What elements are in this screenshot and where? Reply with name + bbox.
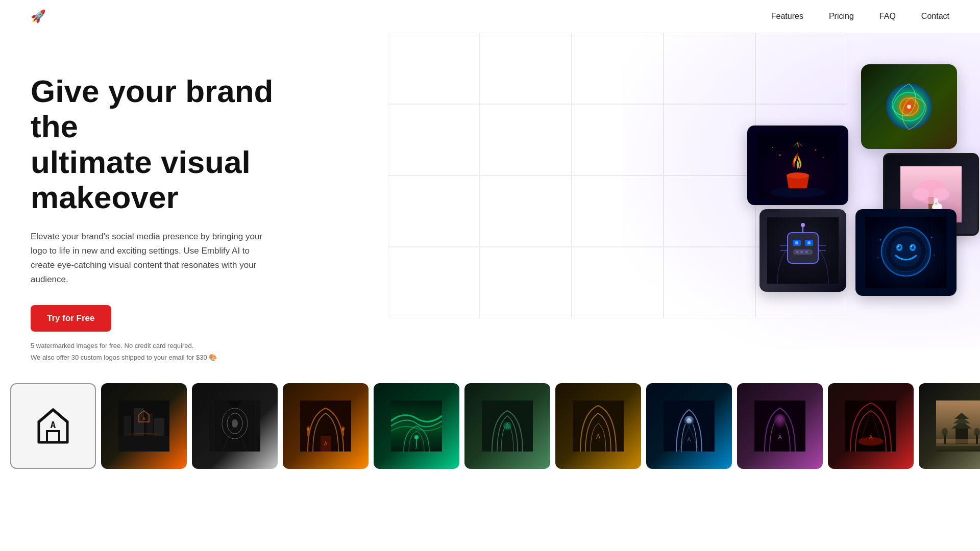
strip-card-6-inner: A xyxy=(464,383,550,469)
strip-card-red-stage[interactable]: A xyxy=(828,383,914,469)
strip-card-3-inner xyxy=(192,383,278,469)
svg-point-14 xyxy=(936,203,937,205)
svg-point-42 xyxy=(898,246,899,247)
strip-card-golden-arch[interactable]: A xyxy=(555,383,641,469)
svg-point-10 xyxy=(932,203,942,211)
logo-link[interactable]: 🚀 xyxy=(31,9,46,23)
svg-point-45 xyxy=(931,237,933,238)
svg-text:A: A xyxy=(51,419,56,430)
svg-point-37 xyxy=(891,236,921,267)
svg-rect-24 xyxy=(793,240,801,246)
strip-card-4-inner: A xyxy=(283,383,369,469)
svg-point-43 xyxy=(911,246,913,247)
svg-rect-26 xyxy=(795,241,798,244)
svg-point-44 xyxy=(880,239,881,241)
svg-point-4 xyxy=(907,105,911,109)
hero-grid xyxy=(388,33,847,318)
strip-card-dark-city[interactable]: A xyxy=(101,383,187,469)
strip-logo-inner: A xyxy=(11,384,95,468)
svg-rect-30 xyxy=(800,251,803,253)
svg-point-38 xyxy=(896,244,902,251)
svg-point-18 xyxy=(779,155,781,156)
strip-card-aurora[interactable]: A xyxy=(374,383,459,469)
svg-point-12 xyxy=(934,198,936,203)
svg-text:A: A xyxy=(324,441,328,446)
logo-icon: 🚀 xyxy=(31,9,46,23)
svg-point-47 xyxy=(934,255,935,256)
svg-point-0 xyxy=(886,84,932,130)
nav-pricing[interactable]: Pricing xyxy=(829,12,854,20)
svg-rect-31 xyxy=(805,251,808,253)
fine-print-line1: 5 watermarked images for free. No credit… xyxy=(31,340,337,352)
nav-contact[interactable]: Contact xyxy=(921,12,949,20)
svg-point-13 xyxy=(936,198,938,203)
nav-faq[interactable]: FAQ xyxy=(879,12,896,20)
fine-print-line2: We also offer 30 custom logos shipped to… xyxy=(31,352,337,363)
try-for-free-button[interactable]: Try for Free xyxy=(31,305,111,332)
hero-bg-gradient xyxy=(623,33,980,349)
svg-point-19 xyxy=(815,149,817,151)
svg-rect-25 xyxy=(805,240,813,246)
svg-rect-5 xyxy=(900,166,962,222)
strip-card-misty-pagoda[interactable] xyxy=(919,383,980,469)
svg-rect-88 xyxy=(936,439,980,443)
navbar: 🚀 Features Pricing FAQ Contact xyxy=(0,0,980,33)
svg-point-7 xyxy=(916,180,946,204)
svg-text:A: A xyxy=(506,424,509,430)
svg-rect-6 xyxy=(928,197,934,217)
nav-features[interactable]: Features xyxy=(771,12,803,20)
strip-card-arch-fire[interactable]: A xyxy=(283,383,369,469)
svg-text:A: A xyxy=(142,416,145,421)
hero-title: Give your brand the ultimate visual make… xyxy=(31,73,316,215)
strip-card-7-inner: A xyxy=(555,383,641,469)
strip-card-logo[interactable]: A xyxy=(10,383,96,469)
strip-card-ice-crystal[interactable]: A xyxy=(646,383,732,469)
svg-point-9 xyxy=(933,188,949,201)
hero-card-robot xyxy=(760,209,846,292)
svg-text:A: A xyxy=(869,434,873,440)
strip-card-11-inner xyxy=(919,383,980,469)
strip-card-teal-arch[interactable]: A xyxy=(464,383,550,469)
svg-text:A: A xyxy=(415,446,418,449)
svg-point-46 xyxy=(877,257,878,258)
strip-card-9-inner: A xyxy=(737,383,823,469)
svg-point-81 xyxy=(774,414,786,428)
svg-point-63 xyxy=(306,424,310,431)
svg-point-1 xyxy=(894,92,924,121)
house-logo-icon: A xyxy=(33,406,74,446)
nav-links: Features Pricing FAQ Contact xyxy=(771,12,949,21)
svg-point-65 xyxy=(341,424,345,431)
svg-rect-28 xyxy=(794,250,812,254)
svg-text:A: A xyxy=(688,437,691,442)
strip-card-8-inner: A xyxy=(646,383,732,469)
svg-rect-54 xyxy=(118,436,169,452)
svg-point-39 xyxy=(910,244,916,251)
svg-point-20 xyxy=(772,147,773,148)
svg-point-68 xyxy=(414,435,419,439)
hero-card-swirl xyxy=(861,64,957,149)
svg-rect-23 xyxy=(788,233,818,263)
svg-rect-15 xyxy=(757,132,839,198)
svg-point-3 xyxy=(905,103,913,111)
hero-card-fire xyxy=(747,126,848,205)
svg-rect-29 xyxy=(796,251,799,253)
svg-point-8 xyxy=(913,188,929,201)
image-strip: A A xyxy=(0,374,980,478)
svg-rect-27 xyxy=(807,241,811,244)
svg-point-41 xyxy=(911,246,914,249)
svg-point-35 xyxy=(881,227,930,276)
svg-rect-22 xyxy=(767,217,839,284)
svg-text:A: A xyxy=(778,434,782,440)
svg-text:A: A xyxy=(596,433,600,440)
svg-point-17 xyxy=(787,172,809,179)
strip-card-tunnel[interactable] xyxy=(192,383,278,469)
svg-point-21 xyxy=(823,157,824,158)
hero-images xyxy=(725,33,980,339)
svg-point-78 xyxy=(687,418,692,423)
svg-rect-34 xyxy=(865,217,947,288)
svg-point-16 xyxy=(770,187,826,197)
hero-section: Give your brand the ultimate visual make… xyxy=(0,33,980,364)
strip-card-purple-portal[interactable]: A xyxy=(737,383,823,469)
svg-point-91 xyxy=(942,428,948,436)
hero-left: Give your brand the ultimate visual make… xyxy=(31,63,337,364)
